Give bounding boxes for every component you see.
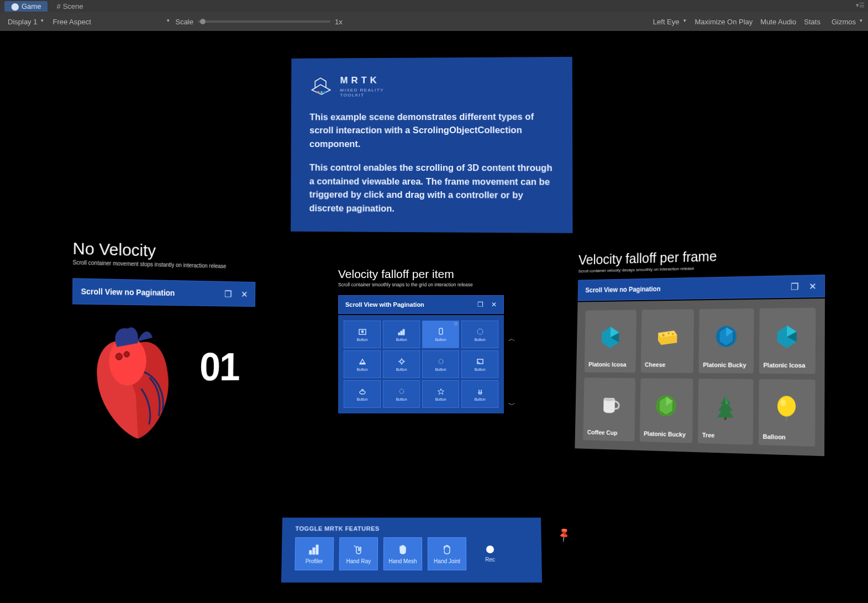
scroll-up-button[interactable]: ︿ (508, 334, 515, 344)
close-icon[interactable]: ✕ (241, 289, 248, 300)
svg-rect-14 (360, 363, 365, 364)
svg-point-2 (320, 91, 323, 93)
mrtk-logo-icon (309, 76, 332, 96)
model-card[interactable]: Platonic Icosa (759, 308, 816, 374)
display-dropdown[interactable]: Display 1 (4, 17, 45, 27)
follow-icon[interactable]: ❐ (224, 289, 232, 299)
model-card[interactable]: Cheese (640, 309, 694, 373)
svg-point-1 (317, 91, 319, 93)
svg-point-5 (115, 353, 122, 360)
close-icon[interactable]: ✕ (491, 301, 497, 308)
toggle-profiler[interactable]: Profiler (294, 537, 334, 570)
mid-sub: Scroll container smoothly snaps to the g… (338, 282, 504, 287)
stats-toggle[interactable]: Stats (804, 18, 820, 26)
mid-title: Velocity falloff per item (338, 268, 504, 281)
svg-rect-10 (401, 331, 402, 335)
grid-button[interactable]: Button (461, 321, 498, 348)
tab-scene[interactable]: #Scene (50, 1, 90, 12)
button-grid[interactable]: Button Button ◇Button Button Button Butt… (338, 315, 504, 413)
svg-rect-21 (477, 359, 483, 364)
grid-button[interactable]: Button (344, 350, 381, 378)
svg-point-23 (360, 391, 365, 394)
svg-point-8 (361, 331, 364, 333)
rec-dot-icon (486, 546, 494, 553)
svg-rect-48 (313, 548, 315, 554)
svg-point-3 (324, 91, 326, 93)
model-card[interactable]: Platonic Bucky (698, 308, 754, 374)
aspect-dropdown[interactable]: Free Aspect (49, 17, 171, 27)
grid-button[interactable]: Button (344, 380, 381, 408)
svg-rect-9 (398, 333, 400, 335)
svg-point-24 (399, 389, 404, 394)
maximize-toggle[interactable]: Maximize On Play (695, 18, 753, 26)
gizmos-dropdown[interactable]: Gizmos (828, 17, 864, 27)
scale-slider[interactable] (198, 20, 330, 23)
section-no-velocity: No Velocity Scroll container movement st… (72, 239, 256, 468)
svg-rect-12 (439, 328, 443, 334)
scale-value: 1x (335, 18, 343, 26)
svg-point-51 (444, 547, 445, 548)
heart-model[interactable] (77, 322, 187, 446)
grid-button[interactable]: Button (422, 380, 459, 408)
tab-menu-icon[interactable]: ▾☰ (856, 2, 865, 9)
svg-point-53 (448, 546, 449, 547)
svg-point-6 (124, 352, 129, 357)
info-sub2: TOOLKIT (340, 93, 383, 98)
left-titlebar[interactable]: Scroll View no Pagination ❐ ✕ (72, 278, 255, 307)
model-card[interactable]: Platonic Icosa (585, 310, 636, 373)
info-p1: This example scene demonstrates differen… (309, 109, 553, 151)
info-panel: MRTK MIXED REALITY TOOLKIT This example … (291, 57, 572, 233)
mute-toggle[interactable]: Mute Audio (760, 18, 796, 26)
mid-titlebar[interactable]: Scroll View with Pagination ❐ ✕ (338, 295, 504, 314)
toggle-hand-mesh[interactable]: Hand Mesh (383, 537, 422, 570)
tab-game[interactable]: ⬤Game (4, 1, 48, 12)
grid-button[interactable]: Button (422, 350, 459, 378)
grid-button[interactable]: Button (461, 350, 498, 378)
svg-point-15 (400, 360, 403, 363)
svg-rect-43 (724, 418, 727, 420)
svg-point-20 (439, 359, 443, 364)
grid-button[interactable]: Button (383, 321, 420, 348)
info-sub1: MIXED REALITY (340, 87, 384, 93)
svg-point-13 (477, 329, 483, 334)
follow-icon[interactable]: ❐ (477, 301, 483, 308)
model-card[interactable]: Coffee Cup (583, 377, 635, 441)
svg-rect-11 (403, 329, 404, 335)
svg-marker-41 (717, 396, 734, 418)
rec-button[interactable]: Rec (485, 546, 495, 563)
section-falloff-frame: Velocity falloff per frame Scroll contai… (575, 245, 825, 457)
eye-dropdown[interactable]: Left Eye (650, 17, 687, 27)
grid-button[interactable]: Button (383, 380, 420, 408)
section-falloff-item: Velocity falloff per item Scroll contain… (338, 268, 504, 413)
toggle-title: TOGGLE MRTK FEATURES (296, 525, 528, 532)
info-p2: This control enables the scrolling of 3D… (309, 161, 554, 216)
editor-toolbar: ⬤Game #Scene ▾☰ Display 1 Free Aspect Sc… (0, 0, 868, 31)
pin-icon[interactable]: 📌 (556, 526, 573, 543)
close-icon[interactable]: ✕ (809, 281, 817, 292)
right-titlebar[interactable]: Scroll View no Pagination ❐ ✕ (578, 275, 825, 301)
left-title: No Velocity (73, 239, 256, 263)
card-grid[interactable]: Platonic Icosa Cheese Platonic Bucky Pla… (575, 298, 825, 456)
toggle-features-panel: TOGGLE MRTK FEATURES Profiler Hand Ray H… (281, 518, 542, 583)
model-card[interactable]: Balloon (758, 379, 815, 447)
scroll-down-button[interactable]: ﹀ (508, 400, 515, 410)
toggle-hand-ray[interactable]: Hand Ray (339, 537, 378, 570)
grid-button[interactable]: Button (461, 380, 498, 408)
svg-rect-47 (309, 550, 312, 554)
toggle-hand-joint[interactable]: Hand Joint (428, 537, 466, 570)
left-counter: 01 (199, 344, 239, 389)
info-title: MRTK (340, 74, 384, 88)
grid-button[interactable]: Button (383, 350, 420, 378)
scale-label: Scale (175, 18, 193, 26)
model-card[interactable]: Platonic Bucky (639, 378, 693, 443)
follow-icon[interactable]: ❐ (791, 281, 798, 292)
game-viewport[interactable]: MRTK MIXED REALITY TOOLKIT This example … (0, 31, 868, 603)
svg-point-52 (446, 546, 447, 547)
svg-rect-49 (316, 545, 318, 554)
svg-line-50 (354, 546, 356, 548)
svg-point-44 (777, 396, 796, 417)
grid-button[interactable]: ◇Button (422, 321, 459, 348)
grid-button[interactable]: Button (344, 321, 381, 348)
model-card[interactable]: Tree (698, 379, 753, 445)
